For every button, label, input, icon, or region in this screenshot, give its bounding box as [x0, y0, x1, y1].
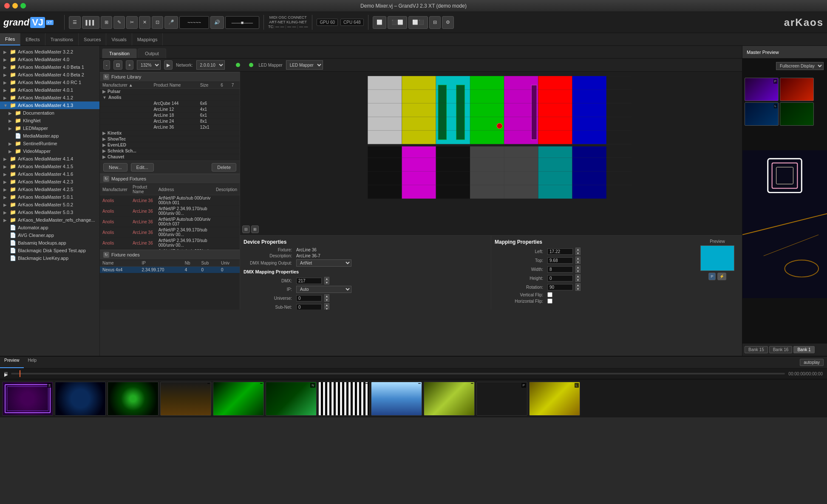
thumb-2[interactable]: [780, 78, 814, 101]
display-1-btn[interactable]: ⬜: [373, 16, 386, 29]
bank-15-btn[interactable]: Bank 15: [745, 346, 768, 353]
grid-btn[interactable]: ⊞: [101, 16, 112, 29]
tree-item-mm502[interactable]: ▶ 📁 ArKaos MediaMaster 5.0.2: [0, 201, 99, 208]
universe-input[interactable]: [296, 295, 322, 301]
tree-item-mm322[interactable]: ▶ 📁 ArKaos MediaMaster 3.2.2: [0, 48, 99, 56]
tree-item-mm416[interactable]: ▶ 📁 ArKaos MediaMaster 4.1.6: [0, 170, 99, 178]
mfr-chauvet[interactable]: ▶Chauvet: [100, 154, 240, 160]
left-up[interactable]: ▲: [575, 248, 581, 251]
tree-item-mmapp[interactable]: ▶ 📄 MediaMaster.app: [0, 132, 99, 140]
tab-mappings[interactable]: Mappings: [132, 33, 163, 45]
display-select[interactable]: Fullscreen Display: [776, 62, 824, 70]
strip-thumb-3[interactable]: [160, 382, 211, 416]
zoom-in-btn[interactable]: +: [126, 60, 133, 70]
tree-item-blackmagic-live[interactable]: ▶ 📄 Blackmagic LiveKey.app: [0, 254, 99, 262]
delete-fixture-btn[interactable]: Delete: [212, 163, 236, 172]
left-input[interactable]: [547, 248, 573, 255]
width-up[interactable]: ▲: [575, 265, 581, 269]
tree-item-mm501[interactable]: ▶ 📁 ArKaos MediaMaster 5.0.1: [0, 193, 99, 201]
timeline-play-btn[interactable]: ▶: [4, 372, 8, 375]
tree-item-avg[interactable]: ▶ 📄 AVG Cleaner.app: [0, 231, 99, 239]
zoom-reset-btn[interactable]: ⊡: [113, 60, 122, 70]
canvas-fit-btn[interactable]: ⊟: [242, 225, 250, 233]
mapped-row-3[interactable]: Anolis ArcLine 36 ArtNet/IP 2.34.99.170/…: [100, 227, 240, 238]
mapped-row-0[interactable]: Anolis ArcLine 36 ArtNet/IP Auto/sub 000…: [100, 195, 240, 206]
width-down[interactable]: ▼: [575, 269, 581, 273]
tree-item-mm40b1[interactable]: ▶ 📁 ArKaos MediaMaster 4.0 Beta 1: [0, 63, 99, 71]
rotation-input[interactable]: [547, 284, 573, 290]
subnet-input[interactable]: [296, 304, 322, 310]
tree-item-klingnet[interactable]: ▶ 📁 KlingNet: [0, 117, 99, 124]
strip-thumb-6[interactable]: [318, 382, 369, 416]
fixture-arcline24[interactable]: ArcLine 24 8x1: [100, 118, 240, 124]
tree-item-docs[interactable]: ▶ 📁 Documentation: [0, 109, 99, 117]
tab-effects[interactable]: Effects: [20, 33, 45, 45]
preview-tab[interactable]: Preview: [0, 357, 24, 368]
hflip-checkbox[interactable]: [547, 298, 552, 304]
levels-btn[interactable]: ▌▌▌: [82, 16, 99, 29]
display-2-btn[interactable]: ⬛⬜: [388, 16, 407, 29]
mfr-showtec[interactable]: ▶ShowTec: [100, 136, 240, 142]
ip-select[interactable]: Auto: [296, 286, 351, 293]
mapped-refresh[interactable]: ↻: [103, 176, 109, 182]
preview-icon-2[interactable]: ⚡: [717, 273, 726, 280]
fader-btn[interactable]: ——■——: [225, 16, 259, 29]
tree-item-mm40[interactable]: ▶ 📁 ArKaos MediaMaster 4.0: [0, 56, 99, 63]
height-up[interactable]: ▲: [575, 274, 581, 278]
strip-thumb-8[interactable]: [424, 382, 475, 416]
mapped-row-1[interactable]: Anolis ArcLine 36 ArtNet/IP 2.34.99.170/…: [100, 206, 240, 217]
tree-item-mm423[interactable]: ▶ 📁 ArKaos MediaMaster 4.2.3: [0, 178, 99, 186]
tree-item-automator[interactable]: ▶ 📄 Automator.app: [0, 224, 99, 231]
tree-item-mm40b2[interactable]: ▶ 📁 ArKaos MediaMaster 4.0 Beta 2: [0, 71, 99, 79]
strip-thumb-2[interactable]: [108, 382, 159, 416]
mfr-anolis[interactable]: ▼Anolis: [100, 95, 240, 101]
left-down[interactable]: ▼: [575, 251, 581, 255]
bank-16-btn[interactable]: Bank 16: [769, 346, 793, 353]
node-row-0[interactable]: Nexus 4x4 2.34.99.170 4 0 0: [100, 267, 240, 273]
strip-thumb-7[interactable]: [371, 382, 422, 416]
tab-output[interactable]: Output: [138, 48, 166, 58]
tab-files[interactable]: Files: [0, 33, 20, 45]
tree-item-ledmapper[interactable]: ▶ 📁 LEDMapper: [0, 124, 99, 132]
strip-thumb-4[interactable]: [213, 382, 264, 416]
mic-btn[interactable]: 🎤: [164, 16, 178, 29]
fixture-arcline18[interactable]: ArcLine 18 6x1: [100, 113, 240, 118]
settings-btn[interactable]: ⚙: [442, 16, 454, 29]
tree-item-sentinel[interactable]: ▶ 📁 SentinelRuntime: [0, 140, 99, 147]
height-down[interactable]: ▼: [575, 278, 581, 282]
wave-btn[interactable]: ~~~~~: [179, 16, 209, 29]
mfr-kinetix[interactable]: ▶Kinetix: [100, 130, 240, 136]
tab-transition[interactable]: Transition: [102, 48, 137, 58]
dmx-down[interactable]: ▼: [324, 281, 329, 284]
dmx-output-select[interactable]: ArtNet: [296, 259, 351, 267]
subnet-up[interactable]: ▲: [324, 303, 329, 307]
top-input[interactable]: [547, 257, 573, 264]
tab-visuals[interactable]: Visuals: [106, 33, 132, 45]
tree-item-mm503[interactable]: ▶ 📁 ArKaos MediaMaster 5.0.3: [0, 208, 99, 216]
zoom-arrow-btn[interactable]: ▶: [164, 60, 173, 70]
preview-icon-1[interactable]: P: [708, 273, 715, 280]
mfr-pulsar[interactable]: ▶Pulsar: [100, 89, 240, 95]
display-3-btn[interactable]: ⬜⬛: [408, 16, 428, 29]
tree-item-balsamiq[interactable]: ▶ 📄 Balsamiq Mockups.app: [0, 239, 99, 247]
zoom-out-btn[interactable]: -: [103, 60, 110, 70]
tree-item-blackmagic-disk[interactable]: ▶ 📄 Blackmagic Disk Speed Test.app: [0, 247, 99, 254]
tree-item-mm415[interactable]: ▶ 📁 ArKaos MediaMaster 4.1.5: [0, 163, 99, 170]
universe-up[interactable]: ▲: [324, 294, 329, 298]
strip-thumb-10[interactable]: L: [529, 382, 580, 416]
tree-item-mm40rc1[interactable]: ▶ 📁 ArKaos MediaMaster 4.0 RC 1: [0, 79, 99, 86]
subnet-down[interactable]: ▼: [324, 307, 329, 310]
fixture-arcqube[interactable]: ArcQube 144 6x6: [100, 101, 240, 107]
dmx-up[interactable]: ▲: [324, 277, 329, 281]
zoom-select[interactable]: 132%: [137, 60, 161, 70]
maximize-button[interactable]: [20, 3, 26, 8]
tree-item-mm413[interactable]: ▼ 📁 ArKaos MediaMaster 4.1.3: [0, 101, 99, 109]
tree-item-mm425[interactable]: ▶ 📁 ArKaos MediaMaster 4.2.5: [0, 186, 99, 193]
rotation-up[interactable]: ▲: [575, 283, 581, 287]
strip-thumb-1[interactable]: [55, 382, 106, 416]
autoplay-btn[interactable]: autoplay: [800, 359, 824, 366]
rotation-down[interactable]: ▼: [575, 287, 581, 291]
speaker-btn[interactable]: 🔊: [210, 16, 224, 29]
top-down[interactable]: ▼: [575, 260, 581, 264]
help-tab[interactable]: Help: [24, 357, 41, 368]
